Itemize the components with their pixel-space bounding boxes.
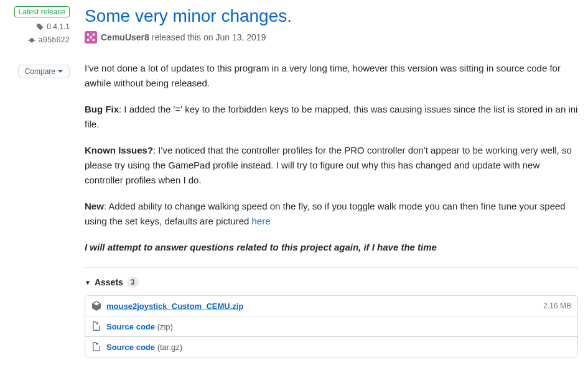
asset-size: 2.16 MB <box>543 302 571 310</box>
caret-down-icon <box>58 70 63 73</box>
divider <box>85 267 578 268</box>
svg-rect-1 <box>93 34 95 36</box>
body-bugfix: Bug Fix: I added the '=' key to the forb… <box>85 102 578 132</box>
asset-row[interactable]: mouse2joystick_Custom_CEMU.zip 2.16 MB <box>85 296 577 316</box>
asset-name[interactable]: mouse2joystick_Custom_CEMU.zip <box>106 302 543 311</box>
release-sidebar: Latest release 0.4.1.1 a05b022 Compare <box>0 6 75 357</box>
release-content: Some very minor changes. CemuUser8 relea… <box>75 6 588 357</box>
asset-row[interactable]: Source code (zip) <box>85 316 577 336</box>
svg-rect-0 <box>87 34 90 36</box>
asset-name[interactable]: Source code (tar.gz) <box>106 343 571 352</box>
avatar[interactable] <box>85 31 97 44</box>
triangle-down-icon: ▼ <box>85 279 91 286</box>
body-known-issues: Known Issues?: I've noticed that the con… <box>85 143 578 188</box>
release-title[interactable]: Some very minor changes. <box>85 6 578 26</box>
svg-rect-3 <box>87 39 90 42</box>
commit-link[interactable]: a05b022 <box>39 36 70 45</box>
release-action-text: released this <box>149 32 203 42</box>
commit-row[interactable]: a05b022 <box>27 36 70 45</box>
svg-rect-4 <box>93 39 95 42</box>
body-new: New: Added ability to change walking spe… <box>85 199 578 229</box>
assets-label: Assets <box>95 277 123 287</box>
asset-row[interactable]: Source code (tar.gz) <box>85 336 577 357</box>
assets-toggle[interactable]: ▼ Assets 3 <box>85 277 578 288</box>
commit-icon <box>27 36 36 45</box>
tag-icon <box>35 22 44 31</box>
assets-list: mouse2joystick_Custom_CEMU.zip 2.16 MB S… <box>85 295 578 357</box>
release-meta: CemuUser8 released this on Jun 13, 2019 <box>85 31 578 44</box>
compare-label: Compare <box>25 67 55 76</box>
file-zip-icon <box>91 321 101 331</box>
latest-release-badge: Latest release <box>14 6 70 17</box>
compare-button[interactable]: Compare <box>18 65 70 78</box>
tag-row[interactable]: 0.4.1.1 <box>35 22 70 31</box>
avatar-icon <box>86 33 95 42</box>
asset-format: (tar.gz) <box>157 343 182 352</box>
tag-link[interactable]: 0.4.1.1 <box>47 22 70 31</box>
body-closing: I will attempt to answer questions relat… <box>85 240 578 255</box>
author-link[interactable]: CemuUser8 <box>101 32 149 42</box>
package-icon <box>91 301 101 311</box>
asset-format: (zip) <box>157 322 173 331</box>
file-zip-icon <box>91 342 101 352</box>
body-intro: I've not done a lot of updates to this p… <box>85 61 578 91</box>
assets-count: 3 <box>127 277 139 288</box>
asset-name[interactable]: Source code (zip) <box>106 322 571 331</box>
svg-rect-2 <box>90 36 92 39</box>
release-body: I've not done a lot of updates to this p… <box>85 61 578 255</box>
release-date[interactable]: on Jun 13, 2019 <box>203 32 266 42</box>
here-link[interactable]: here <box>251 216 270 226</box>
